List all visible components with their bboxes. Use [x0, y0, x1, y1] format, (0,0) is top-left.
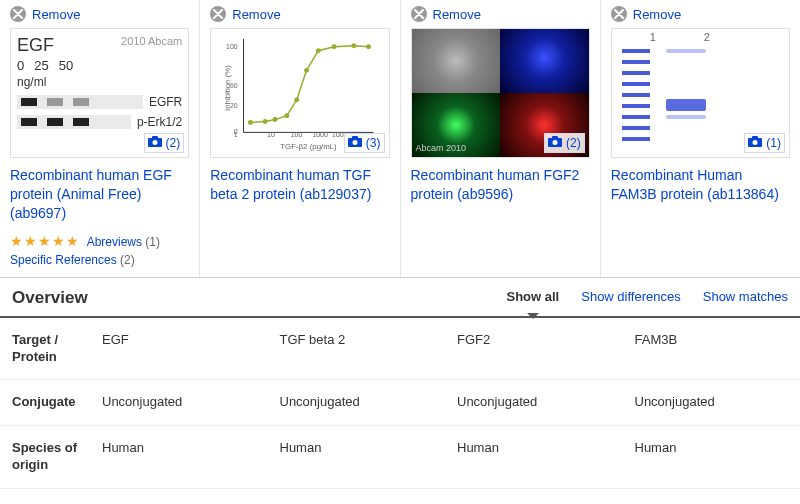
- svg-point-19: [285, 113, 290, 118]
- close-icon: [411, 6, 427, 22]
- svg-point-28: [352, 140, 357, 145]
- abreviews-link[interactable]: Abreviews (1): [87, 235, 160, 249]
- wb-credit: 2010 Abcam: [121, 35, 182, 56]
- svg-point-24: [352, 43, 357, 48]
- attr-cell: EGF: [90, 318, 268, 380]
- product-column: Remove Inhibition (%) 1 10 100 1000 1000…: [199, 0, 399, 277]
- remove-label: Remove: [32, 7, 80, 22]
- product-column: Remove EGF2010 Abcam 02550 ng/ml EGFR p-…: [0, 0, 199, 277]
- product-column: Remove 1 2 (1) Recombinant Human FAM3B p…: [600, 0, 800, 277]
- svg-point-16: [248, 120, 253, 125]
- photo-count-value: (3): [366, 136, 381, 150]
- show-matches-tab[interactable]: Show matches: [703, 289, 788, 306]
- photo-count-button[interactable]: (2): [544, 133, 585, 153]
- attr-label-conjugate: Conjugate: [0, 380, 90, 426]
- photo-count-value: (1): [766, 136, 781, 150]
- svg-point-34: [753, 140, 758, 145]
- svg-rect-1: [152, 136, 158, 139]
- camera-icon: [348, 136, 362, 150]
- remove-button[interactable]: Remove: [611, 6, 790, 22]
- compare-grid: Remove EGF2010 Abcam 02550 ng/ml EGFR p-…: [0, 0, 800, 277]
- show-differences-tab[interactable]: Show differences: [581, 289, 681, 306]
- svg-point-23: [332, 44, 337, 49]
- attr-cell: Human: [90, 426, 268, 489]
- svg-text:20: 20: [230, 102, 238, 109]
- table-row: Species of origin Human Human Human Huma…: [0, 426, 800, 489]
- table-row: Target / Protein EGF TGF beta 2 FGF2 FAM…: [0, 318, 800, 380]
- svg-point-17: [263, 119, 268, 124]
- attr-cell: FAM3B: [623, 318, 801, 380]
- attr-cell: FGF2: [445, 318, 623, 380]
- svg-text:1000: 1000: [313, 131, 328, 138]
- attr-cell: Human: [445, 426, 623, 489]
- svg-text:10: 10: [267, 131, 275, 138]
- remove-label: Remove: [433, 7, 481, 22]
- attr-cell: Unconjugated: [445, 380, 623, 426]
- star-rating-icon: ★★★★★: [10, 233, 80, 249]
- attr-cell: Unconjugated: [268, 380, 446, 426]
- attr-cell: TGF beta 2: [268, 318, 446, 380]
- remove-button[interactable]: Remove: [210, 6, 389, 22]
- svg-point-25: [366, 44, 371, 49]
- close-icon: [210, 6, 226, 22]
- attr-label-species: Species of origin: [0, 426, 90, 489]
- camera-icon: [148, 136, 162, 150]
- attr-cell: Unconjugated: [90, 380, 268, 426]
- remove-button[interactable]: Remove: [411, 6, 590, 22]
- attr-label-target: Target / Protein: [0, 318, 90, 380]
- svg-point-20: [294, 97, 299, 102]
- product-title-link[interactable]: Recombinant human EGF protein (Animal Fr…: [10, 166, 189, 223]
- table-row: Conjugate Unconjugated Unconjugated Unco…: [0, 380, 800, 426]
- svg-text:100: 100: [291, 131, 303, 138]
- remove-button[interactable]: Remove: [10, 6, 189, 22]
- show-all-tab[interactable]: Show all: [507, 289, 560, 306]
- product-thumbnail[interactable]: Abcam 2010 (2): [411, 28, 590, 158]
- svg-point-18: [273, 117, 278, 122]
- svg-point-31: [553, 140, 558, 145]
- svg-text:0: 0: [234, 128, 238, 135]
- image-credit: Abcam 2010: [416, 143, 467, 153]
- reviews-block: ★★★★★ Abreviews (1) Specific References …: [10, 233, 189, 267]
- plot-xlabel: TGF-β2 (pg/mL): [280, 142, 337, 151]
- remove-label: Remove: [232, 7, 280, 22]
- product-title-link[interactable]: Recombinant human FGF2 protein (ab9596): [411, 166, 590, 204]
- close-icon: [611, 6, 627, 22]
- product-title-link[interactable]: Recombinant human TGF beta 2 protein (ab…: [210, 166, 389, 204]
- svg-point-2: [152, 140, 157, 145]
- photo-count-button[interactable]: (3): [344, 133, 385, 153]
- svg-point-22: [316, 48, 321, 53]
- remove-label: Remove: [633, 7, 681, 22]
- svg-point-21: [304, 68, 309, 73]
- close-icon: [10, 6, 26, 22]
- product-thumbnail[interactable]: Inhibition (%) 1 10 100 1000 10000 10000…: [210, 28, 389, 158]
- photo-count-value: (2): [566, 136, 581, 150]
- photo-count-button[interactable]: (2): [144, 133, 185, 153]
- product-thumbnail[interactable]: 1 2 (1): [611, 28, 790, 158]
- wb-name: EGF: [17, 35, 54, 56]
- overview-heading: Overview: [12, 288, 507, 308]
- camera-icon: [548, 136, 562, 150]
- svg-rect-33: [752, 136, 758, 139]
- overview-bar: Overview Show all Show differences Show …: [0, 277, 800, 318]
- camera-icon: [748, 136, 762, 150]
- photo-count-button[interactable]: (1): [744, 133, 785, 153]
- svg-text:100: 100: [226, 43, 238, 50]
- attr-cell: Human: [268, 426, 446, 489]
- svg-rect-30: [552, 136, 558, 139]
- attribute-table: Target / Protein EGF TGF beta 2 FGF2 FAM…: [0, 318, 800, 489]
- product-column: Remove Abcam 2010 (2) Recombinant human …: [400, 0, 600, 277]
- photo-count-value: (2): [166, 136, 181, 150]
- product-thumbnail[interactable]: EGF2010 Abcam 02550 ng/ml EGFR p-Erk1/2 …: [10, 28, 189, 158]
- attr-cell: Unconjugated: [623, 380, 801, 426]
- svg-rect-27: [352, 136, 358, 139]
- product-title-link[interactable]: Recombinant Human FAM3B protein (ab11386…: [611, 166, 790, 204]
- svg-text:60: 60: [230, 82, 238, 89]
- view-options: Show all Show differences Show matches: [507, 289, 789, 306]
- attr-cell: Human: [623, 426, 801, 489]
- references-link[interactable]: Specific References (2): [10, 253, 189, 267]
